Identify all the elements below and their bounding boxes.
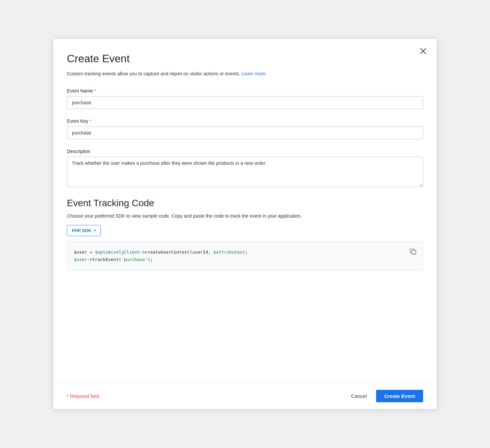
modal-body: Create Event Custom tracking events allo… — [53, 39, 437, 383]
tracking-code-title: Event Tracking Code — [67, 198, 423, 209]
code-line-1: $user = $optimizelyClient->createUserCon… — [74, 249, 406, 256]
description-group: Description Track whether the user makes… — [67, 149, 423, 188]
code-block: $user = $optimizelyClient->createUserCon… — [67, 241, 423, 270]
copy-icon — [409, 248, 417, 255]
modal-footer: * Required field Cancel Create Event — [53, 383, 437, 409]
svg-rect-2 — [412, 250, 416, 254]
modal-title: Create Event — [67, 52, 423, 65]
event-name-group: Event Name * — [67, 88, 423, 109]
close-icon — [419, 47, 427, 55]
sdk-dropdown-label: PHP SDK — [72, 228, 91, 233]
event-name-input[interactable] — [67, 96, 423, 109]
event-key-label: Event Key * — [67, 118, 423, 124]
footer-actions: Cancel Create Event — [346, 390, 423, 402]
code-line-2: $user->trackEvent('purchase'); — [74, 256, 406, 263]
event-key-required-star: * — [90, 118, 91, 124]
description-input[interactable]: Track whether the user makes a purchase … — [67, 157, 423, 187]
required-field-label: * Required field — [67, 394, 99, 399]
create-event-button[interactable]: Create Event — [376, 390, 423, 402]
learn-more-link[interactable]: Learn more — [242, 71, 266, 76]
event-name-label: Event Name * — [67, 88, 423, 94]
event-key-input[interactable] — [67, 126, 423, 139]
tracking-code-desc: Choose your preferred SDK to view sample… — [67, 213, 423, 220]
sdk-dropdown-button[interactable]: PHP SDK ▾ — [67, 225, 101, 236]
modal-subtitle: Custom tracking events allow you to capt… — [67, 70, 423, 77]
close-button[interactable] — [418, 46, 428, 57]
create-event-modal: Create Event Custom tracking events allo… — [53, 39, 437, 409]
copy-code-button[interactable] — [408, 247, 418, 257]
cancel-button[interactable]: Cancel — [346, 390, 372, 402]
event-key-group: Event Key * — [67, 118, 423, 139]
event-name-required-star: * — [94, 88, 96, 94]
description-label: Description — [67, 149, 423, 154]
chevron-down-icon: ▾ — [94, 229, 96, 232]
